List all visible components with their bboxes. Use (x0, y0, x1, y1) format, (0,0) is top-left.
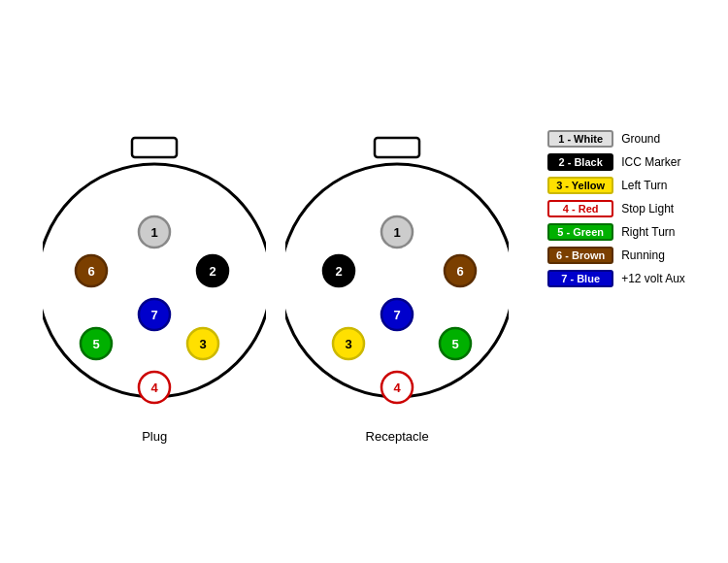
legend-item-3: 3 - YellowLeft Turn (547, 177, 685, 194)
diagrams-section: 1234567 Plug 1234567 Receptacle 1 - Whit… (43, 120, 685, 444)
receptacle-diagram: 1234567 Receptacle (285, 120, 509, 444)
legend-desc-6: Running (621, 248, 665, 262)
svg-text:2: 2 (210, 264, 216, 279)
receptacle-label: Receptacle (366, 429, 429, 444)
legend-desc-3: Left Turn (621, 179, 667, 192)
svg-text:1: 1 (151, 225, 158, 240)
legend-item-4: 4 - RedStop Light (547, 200, 685, 217)
svg-point-17 (285, 164, 509, 397)
legend-badge-4: 4 - Red (547, 200, 613, 217)
svg-text:2: 2 (336, 264, 343, 279)
legend-item-7: 7 - Blue+12 volt Aux (547, 270, 685, 287)
legend-desc-7: +12 volt Aux (621, 272, 685, 285)
legend-badge-3: 3 - Yellow (547, 177, 613, 194)
svg-rect-16 (375, 138, 419, 157)
svg-text:7: 7 (394, 308, 401, 322)
legend-badge-5: 5 - Green (547, 223, 613, 241)
legend-item-5: 5 - GreenRight Turn (547, 223, 685, 241)
plug-svg: 1234567 (43, 120, 266, 421)
legend-item-1: 1 - WhiteGround (547, 130, 685, 148)
svg-text:5: 5 (452, 337, 459, 351)
legend-badge-1: 1 - White (547, 130, 613, 148)
svg-text:6: 6 (88, 264, 95, 279)
legend-desc-4: Stop Light (621, 202, 674, 215)
legend-item-2: 2 - BlackICC Marker (547, 153, 685, 171)
legend-badge-6: 6 - Brown (547, 247, 613, 264)
svg-point-1 (43, 164, 266, 397)
legend-desc-2: ICC Marker (621, 155, 680, 169)
svg-text:4: 4 (394, 381, 402, 395)
legend-badge-7: 7 - Blue (547, 270, 613, 287)
svg-text:1: 1 (394, 225, 401, 240)
legend-item-6: 6 - BrownRunning (547, 247, 685, 264)
svg-rect-0 (132, 138, 177, 157)
legend: 1 - WhiteGround2 - BlackICC Marker3 - Ye… (547, 130, 685, 287)
svg-text:5: 5 (93, 337, 100, 351)
plug-diagram: 1234567 Plug (43, 120, 266, 444)
svg-text:3: 3 (200, 337, 207, 351)
legend-desc-5: Right Turn (621, 225, 675, 239)
plug-label: Plug (142, 429, 167, 444)
receptacle-svg: 1234567 (285, 120, 509, 421)
svg-text:6: 6 (457, 264, 464, 279)
legend-desc-1: Ground (621, 132, 660, 146)
main-container: 1234567 Plug 1234567 Receptacle 1 - Whit… (0, 0, 728, 563)
svg-text:3: 3 (346, 337, 352, 351)
legend-badge-2: 2 - Black (547, 153, 613, 171)
svg-text:7: 7 (151, 308, 158, 322)
svg-text:4: 4 (151, 381, 159, 395)
